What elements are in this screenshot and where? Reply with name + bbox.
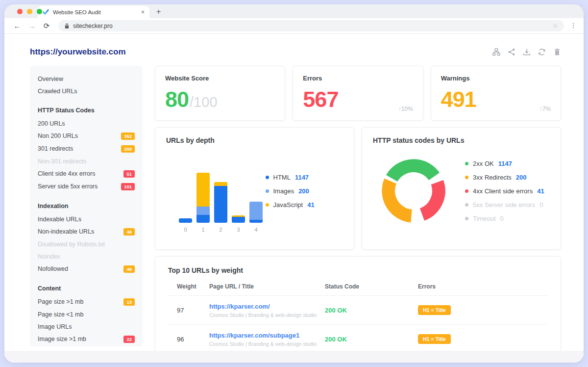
page-url-link[interactable]: https://kparser.com/subpage1 [209, 332, 325, 339]
donut-segment-4xx-client-side-errors [422, 182, 439, 214]
legend-item-timeout[interactable]: Timeout0 [465, 215, 544, 222]
bar-segment-javascript [214, 182, 227, 186]
sidebar-item-overview[interactable]: Overview [38, 73, 135, 85]
sidebar-item-noindex[interactable]: Noindex [38, 250, 135, 262]
error-badge[interactable]: H1 = Title [418, 334, 451, 344]
donut-segment-3xx-redirects [389, 181, 412, 216]
legend-item-4xx-client-side-errors[interactable]: 4xx Client side errors41 [465, 187, 544, 195]
share-icon[interactable] [507, 48, 515, 56]
legend-value: 1147 [498, 160, 512, 167]
minimize-window-button[interactable] [27, 9, 32, 14]
dashboard-header: https://yourwebsite.com [4, 34, 584, 66]
sidebar-item-label: Server side 5xx errors [38, 183, 98, 190]
legend-label: 2xx OK [473, 160, 494, 167]
x-axis-tick-label: 1 [201, 227, 204, 233]
donut-chart-title: HTTP status codes by URLs [373, 136, 550, 144]
sidebar-item-page-size-1-mb[interactable]: Page size >1 mb13 [38, 295, 135, 308]
sidebar-item-label: Client side 4xx errors [38, 170, 95, 177]
cell-status-code: 200 OK [325, 307, 418, 314]
bar-stack [196, 173, 210, 223]
legend-value: 0 [500, 215, 504, 222]
refresh-icon[interactable] [538, 48, 546, 56]
close-window-button[interactable] [17, 9, 23, 14]
sitemap-icon[interactable] [492, 48, 500, 56]
new-tab-button[interactable]: + [156, 7, 161, 16]
stat-card-errors: Errors567↑10% [293, 66, 423, 121]
audited-site-url[interactable]: https://yourwebsite.com [30, 47, 126, 57]
bar-segment-images [196, 207, 210, 215]
dashboard-page: https://yourwebsite.com OverviewCrawled … [4, 34, 584, 363]
sidebar-item-label: Noindex [38, 253, 60, 260]
legend-item-2xx-ok[interactable]: 2xx OK1147 [465, 160, 544, 167]
maximize-window-button[interactable] [37, 9, 42, 14]
sidebar-item-200-urls[interactable]: 200 URLs [38, 117, 135, 130]
bar-column-depth-4: 4 [249, 202, 263, 233]
bar-column-depth-3: 3 [232, 215, 245, 233]
bar-segment-images [249, 202, 263, 220]
legend-value: 200 [298, 187, 309, 195]
legend-dot [266, 176, 269, 179]
browser-tab[interactable]: Website SEO Audit × [38, 6, 149, 18]
sidebar-item-image-urls[interactable]: Image URLs [38, 320, 135, 333]
sidebar-item-client-side-4xx-errors[interactable]: Client side 4xx errors51 [38, 167, 135, 180]
browser-menu-icon[interactable]: ⋮ [570, 25, 577, 27]
legend-item-images[interactable]: Images200 [266, 187, 315, 195]
legend-item-5xx-server-side-errors[interactable]: 5xx Server side errors0 [465, 201, 544, 209]
count-badge: 22 [123, 336, 135, 343]
stat-delta: ↑7% [539, 105, 551, 112]
error-badge[interactable]: H1 = Title [418, 305, 451, 315]
close-tab-icon[interactable]: × [141, 9, 145, 15]
sidebar-item-non-200-urls[interactable]: Non 200 URLs352 [38, 130, 135, 142]
browser-toolbar: ← → ⟳ sitechecker.pro ☆ ⋮ [4, 18, 584, 34]
address-bar[interactable]: sitechecker.pro ☆ [58, 20, 564, 31]
sidebar-item-indexable-urls[interactable]: Indexable URLs [38, 213, 135, 225]
back-icon[interactable]: ← [11, 22, 23, 30]
favicon [43, 9, 49, 15]
sidebar-item-non-indexable-urls[interactable]: Non-indexable URLs46 [38, 225, 135, 238]
cell-status-code: 200 OK [325, 336, 418, 343]
bar-segment-html [214, 186, 227, 223]
count-badge: 51 [123, 170, 135, 178]
legend-value: 41 [307, 201, 314, 209]
legend-item-html[interactable]: HTML1147 [266, 174, 315, 181]
bar-chart-legend: HTML1147Images200JavaScript41 [266, 174, 315, 209]
reload-icon[interactable]: ⟳ [41, 22, 52, 30]
sidebar-item-server-side-5xx-errors[interactable]: Server side 5xx errors101 [38, 180, 135, 193]
column-header-weight: Weight [168, 283, 209, 290]
http-status-donut-card: HTTP status codes by URLs 2xx OK11473xx … [362, 127, 561, 250]
sidebar-item-non-301-redirects[interactable]: Non-301 redirects [38, 155, 135, 167]
bookmark-star-icon[interactable]: ☆ [552, 22, 558, 29]
legend-dot [465, 217, 468, 220]
legend-value: 41 [537, 187, 544, 195]
legend-item-javascript[interactable]: JavaScript41 [266, 201, 315, 209]
legend-dot [465, 176, 468, 179]
stat-label: Website Score [165, 75, 275, 82]
legend-label: 4xx Client side errors [473, 187, 533, 195]
legend-value: 0 [539, 201, 543, 209]
download-icon[interactable] [522, 48, 531, 56]
sidebar-item-image-size-1-mb[interactable]: Image size >1 mb22 [38, 333, 135, 345]
stat-card-website-score: Website Score80/100 [155, 66, 285, 121]
table-row: 96https://kparser.com/subpage1Cosmos Stu… [168, 325, 548, 354]
sidebar-item-label: Image URLs [38, 323, 72, 330]
stat-value-row: 80/100 [165, 87, 275, 112]
table-row: 97https://kparser.com/Cosmos Studio | Br… [168, 296, 548, 325]
sidebar-section-http-status-codes: HTTP Status Codes [38, 104, 135, 117]
sidebar-item-301-redirects[interactable]: 301 redirects200 [38, 142, 135, 155]
bar-segment-html [232, 217, 245, 223]
stats-row: Website Score80/100Errors567↑10%Warnings… [155, 66, 561, 121]
page-url-link[interactable]: https://kparser.com/ [209, 303, 325, 310]
sidebar-item-page-size-1-mb[interactable]: Page size <1 mb [38, 308, 135, 320]
stat-value: 491 [441, 87, 476, 112]
main-content: Website Score80/100Errors567↑10%Warnings… [155, 66, 561, 363]
sidebar-item-label: 200 URLs [38, 120, 65, 127]
legend-item-3xx-redirects[interactable]: 3xx Redirects200 [465, 174, 544, 181]
sidebar-item-nofollowed[interactable]: Nofollowed46 [38, 262, 135, 275]
sidebar-item-crawled-urls[interactable]: Crawled URLs [38, 85, 135, 97]
bar-column-depth-2: 2 [214, 182, 227, 233]
trash-icon[interactable] [553, 48, 561, 56]
sidebar-item-disallowed-by-robots-txt[interactable]: Disallowed by Robots.txt [38, 238, 135, 250]
column-header-page-url-title: Page URL / Title [209, 283, 325, 290]
forward-icon[interactable]: → [26, 22, 38, 30]
sidebar-section-content: Content [38, 282, 135, 295]
